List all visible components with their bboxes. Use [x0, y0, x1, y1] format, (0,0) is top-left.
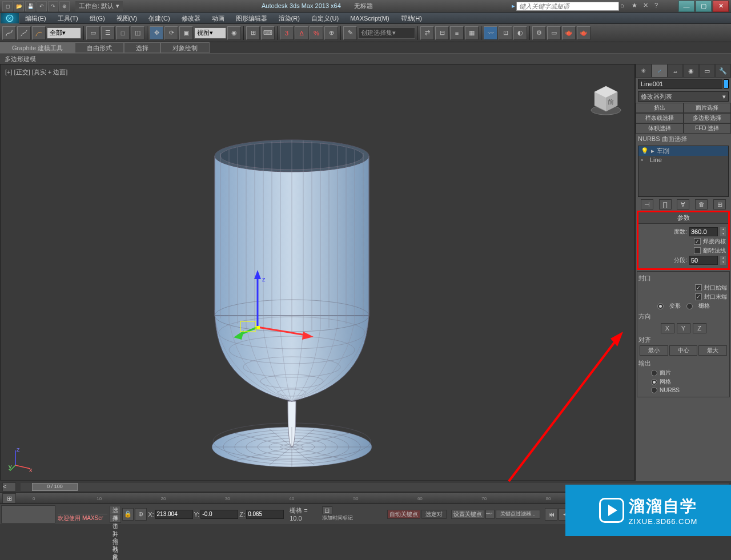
mod-spline-sel-button[interactable]: 样条线选择: [636, 113, 684, 123]
mod-ffd-sel-button[interactable]: FFD 选择: [684, 123, 732, 134]
app-menu-icon[interactable]: [0, 13, 19, 24]
keyboard-shortcuts-icon[interactable]: ⌨: [261, 26, 275, 40]
tab-utilities-icon[interactable]: 🔧: [715, 64, 731, 78]
viewport-label[interactable]: [+] [正交] [真实 + 边面]: [5, 68, 67, 76]
show-end-result-icon[interactable]: ∏: [659, 199, 672, 210]
select-link-icon[interactable]: [2, 26, 16, 40]
render-setup-icon[interactable]: ⚙: [532, 26, 546, 40]
select-by-name-icon[interactable]: ☰: [101, 26, 115, 40]
mod-extrude-button[interactable]: 挤出: [636, 103, 684, 113]
comm-center-icon[interactable]: ⊡: [322, 506, 332, 514]
setkey-button[interactable]: 设置关键点: [451, 510, 484, 519]
select-rotate-icon[interactable]: ⟳: [164, 26, 178, 40]
mod-nurbs-button[interactable]: NURBS 曲面选择: [638, 135, 729, 143]
tab-create-icon[interactable]: ✳: [636, 64, 652, 78]
help-icon[interactable]: ?: [654, 2, 665, 11]
axis-z-button[interactable]: Z: [693, 323, 706, 333]
output-patch-radio[interactable]: [651, 370, 657, 376]
abs-rel-icon[interactable]: ⊕: [135, 508, 147, 521]
grid-radio[interactable]: [686, 303, 693, 309]
material-editor-icon[interactable]: ◐: [513, 26, 527, 40]
stack-item-line[interactable]: ▫Line: [638, 156, 728, 164]
mod-vol-sel-button[interactable]: 体积选择: [636, 123, 684, 134]
z-coord-field[interactable]: 0.065: [246, 510, 284, 519]
menu-create[interactable]: 创建(C): [143, 13, 175, 24]
maxscript-listener[interactable]: 欢迎使用 MAXScr: [58, 514, 107, 522]
rect-region-icon[interactable]: □: [116, 26, 130, 40]
edit-named-sel-icon[interactable]: ✎: [343, 26, 357, 40]
render-iterative-icon[interactable]: 🫖: [577, 26, 591, 40]
workspace-selector[interactable]: 工作台: 默认▾: [75, 1, 123, 11]
star-icon[interactable]: ★: [632, 2, 642, 11]
menu-edit[interactable]: 编辑(E): [19, 13, 52, 24]
save-icon[interactable]: 💾: [25, 1, 35, 11]
close-button[interactable]: ✕: [713, 1, 729, 12]
undo-icon[interactable]: ↶: [37, 1, 47, 11]
flip-normals-checkbox[interactable]: [694, 247, 701, 254]
lock-selection-icon[interactable]: 🔒: [122, 508, 134, 521]
tab-motion-icon[interactable]: ◉: [683, 64, 699, 78]
segments-spinner-buttons[interactable]: ▴▾: [720, 256, 726, 265]
menu-animation[interactable]: 动画: [206, 13, 230, 24]
align-max-button[interactable]: 最大: [698, 345, 727, 356]
tab-display-icon[interactable]: ▭: [699, 64, 715, 78]
exchange-icon[interactable]: ✕: [643, 2, 653, 11]
object-color-swatch[interactable]: [724, 79, 729, 88]
schematic-view-icon[interactable]: ⊡: [499, 26, 512, 40]
window-crossing-icon[interactable]: ◫: [131, 26, 144, 40]
pin-stack-icon[interactable]: ⊣: [641, 199, 653, 210]
percent-snap-icon[interactable]: %: [310, 26, 323, 40]
layers-icon[interactable]: ≡: [450, 26, 464, 40]
configure-sets-icon[interactable]: ⊞: [713, 199, 726, 210]
selected-keys-dropdown[interactable]: 选定对: [421, 510, 447, 519]
viewcube-icon[interactable]: 前: [589, 82, 623, 116]
search-input[interactable]: [516, 2, 619, 11]
rollout-parameters-header[interactable]: 参数: [638, 212, 728, 224]
spinner-snap-icon[interactable]: ⊕: [324, 26, 338, 40]
goto-start-icon[interactable]: ⏮: [545, 508, 557, 521]
menu-group[interactable]: 组(G): [84, 13, 111, 24]
add-time-tag[interactable]: 添加时间标记: [322, 514, 383, 522]
snap-toggle-icon[interactable]: 3: [280, 26, 294, 40]
menu-graph-editors[interactable]: 图形编辑器: [230, 13, 273, 24]
degrees-spinner-buttons[interactable]: ▴▾: [720, 227, 726, 236]
viewport[interactable]: [+] [正交] [真实 + 边面]: [0, 64, 635, 481]
infocenter-arrow-icon[interactable]: ▸: [512, 2, 515, 10]
angle-snap-icon[interactable]: ∆: [295, 26, 308, 40]
new-icon[interactable]: ◻: [2, 1, 13, 11]
select-scale-icon[interactable]: ▣: [179, 26, 193, 40]
ribbon-panel-label[interactable]: 多边形建模: [0, 54, 731, 64]
cap-start-checkbox[interactable]: ✓: [695, 284, 702, 291]
render-frame-icon[interactable]: ▭: [547, 26, 561, 40]
tab-hierarchy-icon[interactable]: ⏛: [668, 64, 684, 78]
modifier-stack[interactable]: 💡▸车削 ▫Line: [638, 146, 729, 197]
ref-coord-dropdown[interactable]: 视图 ▾: [194, 27, 226, 39]
align-icon[interactable]: ⊟: [435, 26, 449, 40]
tab-selection[interactable]: 选择: [124, 42, 160, 53]
tab-graphite[interactable]: Graphite 建模工具: [0, 42, 75, 53]
remove-modifier-icon[interactable]: 🗑: [695, 199, 708, 210]
infocenter-icon[interactable]: ⌂: [620, 2, 630, 11]
mod-patch-sel-button[interactable]: 面片选择: [684, 103, 732, 113]
trackbar-toggle-icon[interactable]: ⊞: [2, 493, 16, 503]
maximize-button[interactable]: ▢: [696, 1, 712, 12]
segments-spinner[interactable]: 50: [689, 256, 718, 265]
link-icon[interactable]: ⊕: [59, 1, 70, 11]
align-center-button[interactable]: 中心: [669, 345, 698, 356]
tab-modify-icon[interactable]: ⟋: [652, 64, 668, 78]
menu-customize[interactable]: 自定义(U): [306, 13, 344, 24]
graphite-icon[interactable]: ▦: [465, 26, 479, 40]
object-name-field[interactable]: [638, 79, 722, 89]
select-manipulate-icon[interactable]: ⊞: [246, 26, 260, 40]
modifier-list-dropdown[interactable]: 修改器列表▾: [638, 91, 729, 102]
named-selection-dropdown[interactable]: 创建选择集 ▾: [358, 27, 415, 39]
curve-editor-icon[interactable]: 〰: [484, 26, 497, 40]
x-coord-field[interactable]: 213.004: [155, 510, 193, 519]
menu-tools[interactable]: 工具(T): [52, 13, 84, 24]
open-icon[interactable]: 📂: [14, 1, 24, 11]
timeline-expand-icon[interactable]: <: [2, 482, 16, 491]
output-nurbs-radio[interactable]: [651, 387, 657, 393]
axis-x-button[interactable]: X: [661, 323, 674, 333]
menu-help[interactable]: 帮助(H): [395, 13, 428, 24]
unlink-icon[interactable]: [17, 26, 31, 40]
